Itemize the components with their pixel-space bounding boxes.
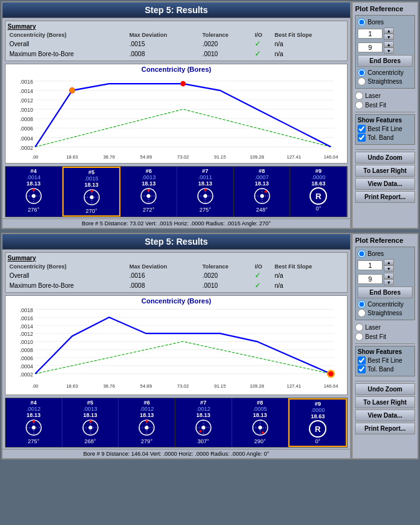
svg-text:146.04: 146.04 [324, 383, 338, 389]
to-laser-right-btn-1[interactable]: To Laser Right [355, 165, 415, 177]
concentricity-label-2: Concentricity [368, 301, 404, 308]
svg-text:54.89: 54.89 [140, 383, 152, 389]
bore-item-9-1[interactable]: #9 .0000 18.63 R 0° [290, 167, 347, 217]
laser-radio-1[interactable] [355, 92, 363, 100]
col-header-tol-1: Tolerance [200, 31, 253, 39]
spinner2-up-1[interactable]: ▲ [384, 41, 394, 47]
bores-radio-1[interactable] [358, 18, 366, 26]
bore-item-4-2[interactable]: #4 .0012 18.13 275° [6, 398, 62, 447]
bores-radio-2[interactable] [358, 250, 366, 258]
svg-point-95 [145, 420, 148, 423]
svg-text:.0004: .0004 [20, 135, 34, 142]
view-data-btn-2[interactable]: View Data... [355, 410, 415, 421]
laser-radio-2[interactable] [355, 323, 363, 331]
bore-circle-6-1 [140, 187, 157, 205]
bestfit-label-2: Best Fit [365, 333, 386, 340]
row2-io-1: ✓ [253, 49, 273, 59]
bore-item-8-1[interactable]: #8 .0007 18.13 248° [234, 167, 291, 217]
row2-slope-1: n/a [273, 49, 345, 59]
main-container: Step 5: Results Summary Concentricity (B… [0, 0, 420, 462]
spinner1-input-2[interactable] [358, 260, 383, 270]
bestfit-line-check-2[interactable] [358, 356, 366, 365]
concentricity-radio-2[interactable] [358, 300, 366, 308]
bestfit-radio-row-2: Best Fit [355, 333, 415, 341]
bore-item-5-1[interactable]: #5 .0015 18.13 270° [62, 167, 121, 217]
spinner2-up-2[interactable]: ▲ [384, 273, 394, 279]
chart-svg-1: .0016 .0014 .0012 .0010 .0008 .0006 .000… [6, 74, 347, 162]
col-header-maxdev-1: Max Deviation [127, 31, 200, 39]
print-report-btn-2[interactable]: Print Report... [355, 423, 415, 434]
svg-point-100 [199, 430, 202, 433]
bore-item-6-1[interactable]: #6 .0013 18.13 272° [120, 167, 177, 217]
bore-item-7-2[interactable]: #7 .0012 18.13 307° [175, 398, 232, 447]
spinner1-up-1[interactable]: ▲ [384, 27, 394, 34]
concentricity-radio-1[interactable] [358, 69, 366, 77]
svg-point-41 [147, 189, 150, 192]
bestfit-radio-2[interactable] [355, 333, 363, 341]
tol-band-check-1[interactable] [358, 134, 366, 142]
row2-label-2: Maximum Bore-to-Bore [7, 280, 127, 290]
bores-label-1: Bores [368, 19, 384, 26]
laser-radio-row-1: Laser [355, 92, 415, 100]
end-bores-btn-2[interactable]: End Bores [358, 287, 413, 298]
svg-text:73.02: 73.02 [177, 383, 189, 389]
bore-item-7-1[interactable]: #7 .0011 18.13 275° [177, 167, 234, 217]
spinner2-down-1[interactable]: ▼ [384, 47, 394, 54]
divider-4 [355, 381, 415, 381]
bore-item-8-2[interactable]: #8 .0005 18.13 290° [232, 398, 289, 447]
show-features-title-2: Show Features [358, 348, 413, 355]
show-features-group-1: Show Features Best Fit Line Tol. Band [355, 114, 415, 145]
bestfit-radio-row-1: Best Fit [355, 101, 415, 109]
bore-item-9-2[interactable]: #9 .0000 18.63 R 0° [288, 398, 347, 447]
view-data-btn-1[interactable]: View Data... [355, 178, 415, 190]
straightness-radio-2[interactable] [358, 309, 366, 317]
bore-circle-4-2 [25, 419, 42, 436]
spinner1-btns-1: ▲ ▼ [384, 27, 394, 40]
chart-title-1: Concentricity (Bores) [6, 64, 347, 74]
spinner2-down-2[interactable]: ▼ [384, 279, 394, 285]
svg-point-90 [89, 420, 92, 423]
bores-strip-1: #4 .0014 18.13 276° #5 .0015 18.13 [5, 166, 348, 217]
straightness-radio-row-2: Straightness [358, 309, 413, 317]
spinner2-input-1[interactable] [358, 42, 383, 52]
bore-item-6-2[interactable]: #6 .0012 18.13 279° [119, 398, 175, 447]
summary-title-1: Summary [7, 23, 345, 30]
spinner2-input-2[interactable] [358, 274, 383, 284]
undo-zoom-btn-1[interactable]: Undo Zoom [355, 152, 415, 164]
to-laser-right-btn-2[interactable]: To Laser Right [355, 396, 415, 408]
spinner1-up-2[interactable]: ▲ [384, 259, 394, 265]
row2-label-1: Maximum Bore-to-Bore [7, 49, 127, 59]
bestfit-line-check-1[interactable] [358, 125, 366, 133]
svg-text:.0006: .0006 [20, 125, 34, 132]
concentricity-radio-row-1: Concentricity [358, 69, 413, 77]
sidebar-plot-ref-title-2: Plot Reference [355, 237, 415, 244]
col-header-io-1: I/O [253, 31, 273, 39]
bores-radio-row-1: Bores [358, 18, 413, 26]
spinner1-down-1[interactable]: ▼ [384, 34, 394, 40]
bore-item-4-1[interactable]: #4 .0014 18.13 276° [6, 167, 62, 217]
end-bores-btn-1[interactable]: End Bores [358, 55, 413, 67]
undo-zoom-btn-2[interactable]: Undo Zoom [355, 383, 415, 395]
svg-text:36.76: 36.76 [103, 154, 115, 160]
svg-text:.0012: .0012 [20, 331, 34, 337]
col-header-io-2: I/O [253, 263, 273, 270]
bestfit-radio-1[interactable] [355, 101, 363, 109]
svg-text:.0004: .0004 [20, 363, 34, 370]
spinner1-input-1[interactable] [358, 29, 383, 39]
tol-band-check-2[interactable] [358, 365, 366, 373]
row1-maxdev-1: .0015 [127, 39, 200, 49]
bestfit-line-label-1: Best Fit Line [368, 125, 403, 132]
sidebar-1: Plot Reference Bores ▲ ▼ ▲ [351, 1, 419, 229]
bore-item-5-2[interactable]: #5 .0013 18.13 268° [62, 398, 119, 447]
svg-text:.0012: .0012 [20, 97, 34, 104]
row1-maxdev-2: .0016 [127, 270, 200, 280]
laser-label-2: Laser [365, 324, 381, 331]
bestfit-line-row-1: Best Fit Line [358, 125, 413, 133]
svg-text:.0010: .0010 [20, 107, 34, 113]
straightness-radio-1[interactable] [358, 77, 366, 86]
print-report-btn-1[interactable]: Print Report... [355, 191, 415, 203]
row2-maxdev-1: .0008 [127, 49, 200, 59]
bores-radio-row-2: Bores [358, 250, 413, 258]
status-bar-1: Bore # 5 Distance: 73.02 Vert: .0015 Hor… [2, 218, 350, 228]
spinner1-down-2[interactable]: ▼ [384, 265, 394, 272]
